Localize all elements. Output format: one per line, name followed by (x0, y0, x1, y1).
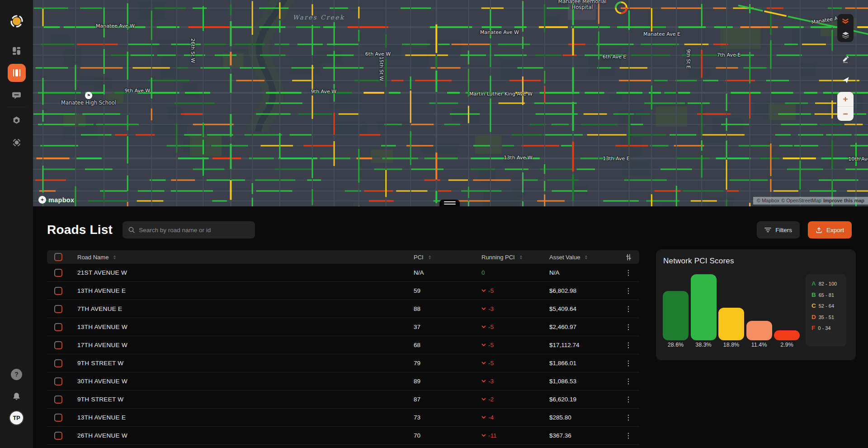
row-menu-button[interactable]: ⋮ (622, 305, 635, 313)
legend-range: 82 - 100 (819, 281, 837, 286)
table-row[interactable]: 9TH STREET W87-2$6,620.19⋮ (47, 391, 639, 409)
row-menu-button[interactable]: ⋮ (622, 395, 635, 404)
row-checkbox[interactable] (54, 414, 62, 422)
column-running-pci[interactable]: Running PCI (481, 254, 523, 261)
row-checkbox[interactable] (54, 432, 62, 440)
mapbox-logo[interactable]: ✦ mapbox (38, 196, 74, 204)
row-menu-button[interactable]: ⋮ (622, 431, 635, 440)
bar-value-label: 11.4% (746, 342, 772, 348)
attrib-improve[interactable]: Improve this map (823, 198, 864, 203)
row-menu-button[interactable]: ⋮ (622, 286, 635, 295)
row-menu-button[interactable]: ⋮ (622, 359, 635, 367)
row-menu-button[interactable]: ⋮ (622, 413, 635, 422)
table-row[interactable]: 7TH AVENUE E88-3$5,409.64⋮ (47, 300, 639, 318)
page-title: Roads List (47, 223, 113, 237)
sidebar-divider (7, 107, 26, 107)
legend-grade: B (811, 291, 816, 298)
road-name: 9TH STREET W (77, 396, 414, 403)
sidebar-item-dashboard[interactable] (0, 45, 33, 56)
running-pci-value: -4 (481, 414, 549, 421)
street-label: 9th Ave W (311, 89, 336, 95)
column-road-name[interactable]: Road Name (77, 254, 116, 261)
trend-down-icon (481, 434, 486, 437)
attrib-mapbox[interactable]: © Mapbox (757, 198, 779, 203)
row-checkbox[interactable] (54, 341, 62, 349)
column-asset-value[interactable]: Asset Value (549, 254, 588, 261)
street-label: 7th Ave E (717, 52, 741, 58)
poi-label: Manatee MemorialHospital (558, 0, 606, 10)
row-checkbox[interactable] (54, 269, 62, 277)
panel-drag-handle[interactable] (439, 200, 460, 206)
export-button[interactable]: Export (808, 221, 852, 238)
select-all-checkbox[interactable] (54, 253, 62, 261)
row-checkbox[interactable] (54, 305, 62, 313)
roads-table: Road Name PCI Running PCI Asset Value 2 (47, 250, 639, 445)
row-checkbox[interactable] (54, 323, 62, 331)
table-row[interactable]: 13TH AVENUE W37-5$2,460.97⋮ (47, 318, 639, 336)
gear-icon (12, 116, 21, 125)
table-row[interactable]: 17TH AVENUE W68-5$17,112.74⋮ (47, 336, 639, 354)
bar-grade-A (663, 291, 689, 340)
app-logo[interactable] (0, 13, 33, 29)
select-tool-button[interactable] (837, 71, 854, 88)
legend-item: F0 - 34 (811, 324, 846, 331)
trend-down-icon (481, 362, 486, 365)
attrib-osm[interactable]: © OpenStreetMap (781, 198, 821, 203)
column-settings-button[interactable] (618, 253, 639, 261)
row-checkbox[interactable] (54, 377, 62, 386)
table-row[interactable]: 26TH AVENUE W70-11$367.36⋮ (47, 427, 639, 445)
layers-button[interactable] (837, 28, 854, 42)
table-row[interactable]: 9TH STREET W79-5$1,866.01⋮ (47, 354, 639, 372)
basemap-group (837, 14, 854, 42)
row-menu-button[interactable]: ⋮ (622, 377, 635, 386)
user-avatar[interactable]: TP (9, 410, 24, 425)
asset-value: $6,620.19 (549, 396, 618, 403)
road-name: 9TH STREET W (77, 360, 414, 367)
row-menu-button[interactable]: ⋮ (622, 341, 635, 349)
street-label: 9th St E (685, 49, 691, 69)
pci-value: 70 (414, 432, 481, 439)
running-pci-value: -3 (481, 378, 549, 385)
row-checkbox[interactable] (54, 396, 62, 404)
street-label: 6th Ave E (603, 54, 626, 60)
road-name: 21ST AVENUE W (77, 269, 414, 276)
street-label: 13th Ave W (504, 155, 532, 161)
row-menu-button[interactable]: ⋮ (622, 323, 635, 331)
trend-down-icon (481, 380, 486, 383)
street-label: Manatee Ave W (480, 29, 519, 35)
street-label: 6th Ave W (365, 51, 391, 57)
search-icon (128, 226, 135, 234)
water-label: Wares Creek (293, 14, 345, 21)
table-row[interactable]: 30TH AVENUE W89-3$1,086.53⋮ (47, 372, 639, 391)
zoom-in-button[interactable]: + (837, 92, 854, 106)
notifications-button[interactable] (0, 391, 33, 402)
running-pci-value: -5 (481, 324, 549, 330)
navigation-arrow-icon (841, 76, 850, 84)
draw-button[interactable] (837, 51, 854, 67)
table-row[interactable]: 13TH AVENUE E59-5$6,802.98⋮ (47, 282, 639, 300)
panel-header: Roads List Filters Export (47, 221, 852, 238)
sidebar-item-settings[interactable] (0, 115, 33, 126)
table-row[interactable]: 13TH AVENUE E73-4$285.80⋮ (47, 409, 639, 427)
row-checkbox[interactable] (54, 359, 62, 367)
row-menu-button[interactable]: ⋮ (622, 268, 635, 277)
column-pci[interactable]: PCI (414, 254, 431, 261)
app-logo-icon (9, 14, 24, 29)
asset-value: $1,866.01 (549, 360, 618, 367)
sidebar-item-comments[interactable] (0, 90, 33, 101)
sidebar-item-roads[interactable] (0, 64, 33, 82)
double-chevron-down-icon (841, 18, 849, 24)
sidebar-item-locate[interactable] (0, 137, 33, 148)
table-row[interactable]: 21ST AVENUE WN/A0N/A⋮ (47, 264, 639, 282)
legend-item: A82 - 100 (811, 280, 846, 287)
map[interactable]: Manatee Ave WManatee Ave WManatee Ave EM… (33, 0, 868, 206)
filters-button[interactable]: Filters (757, 221, 800, 238)
street-label: 26th St W (190, 38, 196, 63)
basemap-collapse-button[interactable] (837, 14, 854, 28)
row-checkbox[interactable] (54, 287, 62, 295)
dashboard-icon (12, 46, 21, 56)
bar-grade-B (691, 274, 717, 340)
help-button[interactable]: ? (0, 368, 33, 380)
search-input[interactable] (123, 221, 255, 238)
zoom-out-button[interactable]: − (837, 106, 854, 121)
